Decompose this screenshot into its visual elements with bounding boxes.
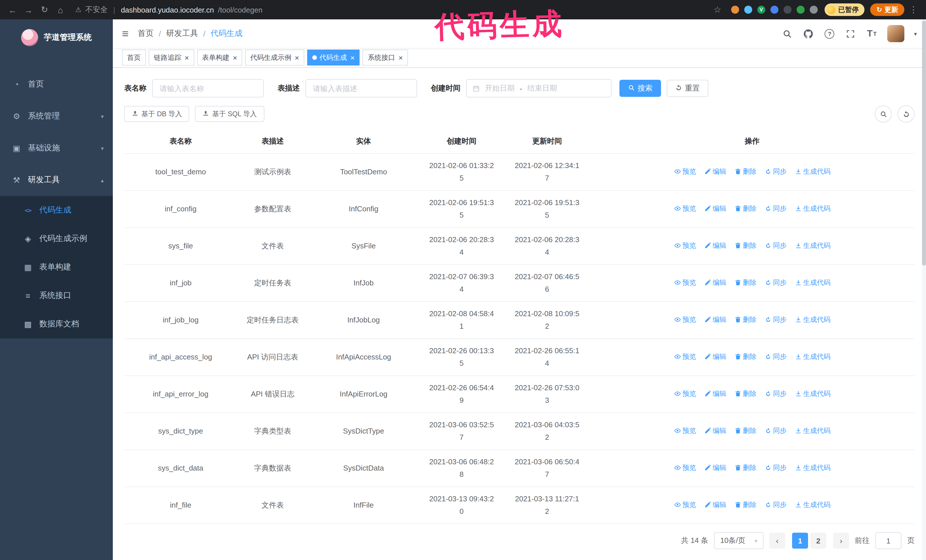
sidebar-item-api[interactable]: ≡系统接口 [0,281,113,310]
close-tab-icon[interactable]: × [399,54,403,61]
browser-extension-icon[interactable] [784,6,791,14]
table-desc-input[interactable] [306,79,417,97]
sync-link[interactable]: 同步 [764,202,787,215]
sync-link[interactable]: 同步 [764,239,787,252]
browser-extension-icon[interactable]: V [757,6,765,14]
tab-form-build[interactable]: 表单构建× [197,50,242,65]
tab-codegen-example[interactable]: 代码生成示例× [245,50,304,65]
close-tab-icon[interactable]: × [351,54,355,61]
back-icon[interactable]: ← [6,5,20,15]
preview-link[interactable]: 预览 [674,350,696,363]
scrollbar[interactable] [922,20,926,560]
edit-link[interactable]: 编辑 [704,498,726,511]
page-button-1[interactable]: 1 [792,533,808,549]
delete-link[interactable]: 删除 [734,239,757,252]
sidebar-item-infra[interactable]: ▣基础设施▾ [0,132,113,164]
generate-code-link[interactable]: 生成代码 [794,387,831,400]
import-sql-button[interactable]: 基于 SQL 导入 [195,106,264,122]
browser-extension-icon[interactable] [731,6,739,14]
next-page-button[interactable]: › [833,533,849,549]
edit-link[interactable]: 编辑 [704,202,726,215]
edit-link[interactable]: 编辑 [704,239,726,252]
avatar[interactable] [887,25,904,42]
breadcrumb-item[interactable]: 研发工具 [166,29,198,39]
toggle-search-button[interactable] [875,106,892,122]
tab-home[interactable]: 首页 [122,50,146,65]
generate-code-link[interactable]: 生成代码 [794,498,831,511]
delete-link[interactable]: 删除 [734,350,757,363]
delete-link[interactable]: 删除 [734,202,757,215]
browser-extension-icon[interactable] [770,6,778,14]
page-button-2[interactable]: 2 [810,533,826,549]
close-tab-icon[interactable]: × [233,54,237,61]
scrollbar-thumb[interactable] [922,21,926,266]
generate-code-link[interactable]: 生成代码 [794,202,831,215]
profile-paused-badge[interactable]: 已暂停 [825,3,864,16]
sync-link[interactable]: 同步 [764,387,787,400]
forward-icon[interactable]: → [22,5,35,15]
close-tab-icon[interactable]: × [185,54,189,61]
reload-icon[interactable]: ↻ [38,5,51,15]
edit-link[interactable]: 编辑 [704,462,726,474]
generate-code-link[interactable]: 生成代码 [794,424,831,437]
font-size-icon[interactable]: TT [866,28,878,39]
sync-link[interactable]: 同步 [764,462,787,474]
delete-link[interactable]: 删除 [734,313,757,326]
home-icon[interactable]: ⌂ [54,5,67,15]
preview-link[interactable]: 预览 [674,165,696,178]
sidebar-item-codegen-example[interactable]: ◈代码生成示例 [0,225,113,253]
tab-api[interactable]: 系统接口× [363,50,408,65]
goto-page-input[interactable] [875,532,902,549]
generate-code-link[interactable]: 生成代码 [794,313,831,326]
generate-code-link[interactable]: 生成代码 [794,276,831,289]
preview-link[interactable]: 预览 [674,313,696,326]
search-icon[interactable] [782,28,793,39]
search-button[interactable]: 搜索 [619,80,661,97]
bookmark-star-icon[interactable]: ☆ [711,5,724,15]
sync-link[interactable]: 同步 [764,165,787,178]
edit-link[interactable]: 编辑 [704,350,726,363]
fullscreen-icon[interactable] [845,28,856,39]
preview-link[interactable]: 预览 [674,498,696,511]
browser-menu-icon[interactable]: ⋮ [906,5,920,15]
browser-extension-icon[interactable] [797,6,805,14]
github-icon[interactable] [803,28,814,39]
preview-link[interactable]: 预览 [674,276,696,289]
delete-link[interactable]: 删除 [734,276,757,289]
page-size-select[interactable]: 10条/页 ▾ [714,532,764,549]
prev-page-button[interactable]: ‹ [769,533,785,549]
edit-link[interactable]: 编辑 [704,165,726,178]
sync-link[interactable]: 同步 [764,498,787,511]
delete-link[interactable]: 删除 [734,387,757,400]
edit-link[interactable]: 编辑 [704,424,726,437]
hamburger-icon[interactable]: ≡ [122,27,129,40]
edit-link[interactable]: 编辑 [704,387,726,400]
tab-tracer[interactable]: 链路追踪× [149,50,194,65]
delete-link[interactable]: 删除 [734,462,757,474]
sidebar-item-form-build[interactable]: ▦表单构建 [0,253,113,281]
sidebar-item-codegen[interactable]: <>代码生成 [0,196,113,225]
import-db-button[interactable]: 基于 DB 导入 [124,106,189,122]
generate-code-link[interactable]: 生成代码 [794,350,831,363]
generate-code-link[interactable]: 生成代码 [794,239,831,252]
delete-link[interactable]: 删除 [734,165,757,178]
sync-link[interactable]: 同步 [764,350,787,363]
preview-link[interactable]: 预览 [674,202,696,215]
chevron-down-icon[interactable]: ▾ [914,30,917,37]
preview-link[interactable]: 预览 [674,387,696,400]
close-tab-icon[interactable]: × [295,54,299,61]
help-icon[interactable]: ? [824,28,835,39]
edit-link[interactable]: 编辑 [704,276,726,289]
sync-link[interactable]: 同步 [764,276,787,289]
delete-link[interactable]: 删除 [734,424,757,437]
sidebar-item-home[interactable]: ◔首页 [0,68,113,100]
edit-link[interactable]: 编辑 [704,313,726,326]
browser-extension-icon[interactable] [810,6,818,14]
preview-link[interactable]: 预览 [674,424,696,437]
generate-code-link[interactable]: 生成代码 [794,462,831,474]
preview-link[interactable]: 预览 [674,462,696,474]
date-range-picker[interactable]: 开始日期 - 结束日期 [466,79,611,97]
reset-button[interactable]: 重置 [667,80,708,97]
generate-code-link[interactable]: 生成代码 [794,165,831,178]
tab-codegen[interactable]: 代码生成× [307,50,360,65]
